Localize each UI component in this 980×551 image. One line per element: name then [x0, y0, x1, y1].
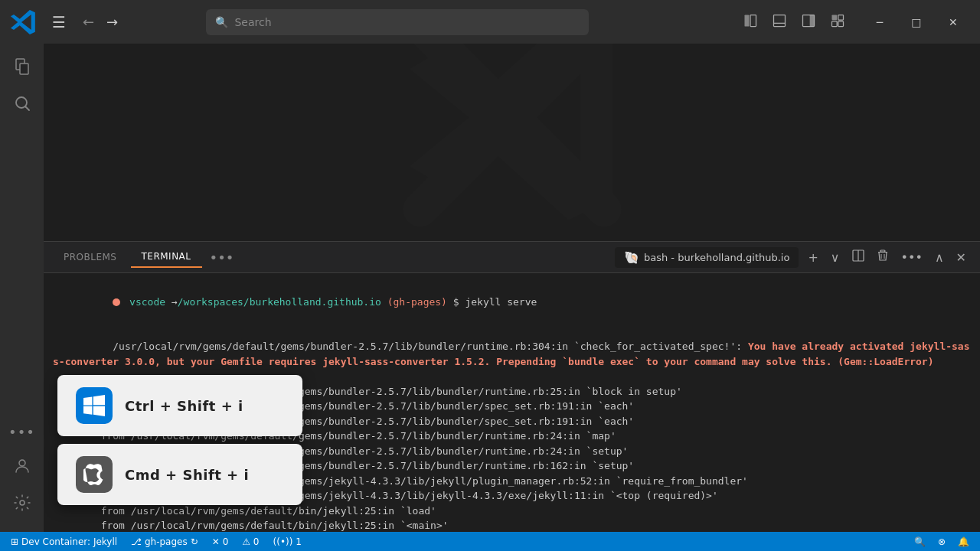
titlebar: ☰ ← → 🔍 Search ─ □ ✕ [0, 0, 980, 44]
terminal-title-bar: 🐚 bash - burkeholland.github.io + ∨ ••• [615, 246, 971, 268]
activity-bar-bottom: ••• [5, 418, 39, 526]
layout-right-icon[interactable] [796, 10, 821, 34]
svg-rect-11 [20, 64, 28, 74]
remote-icon: ⊞ [11, 536, 18, 547]
explorer-activity-icon[interactable] [5, 50, 39, 83]
error-indicator [113, 298, 120, 306]
svg-rect-5 [810, 15, 815, 26]
svg-rect-8 [831, 21, 837, 26]
svg-rect-7 [838, 15, 844, 20]
svg-point-15 [20, 500, 24, 505]
close-panel-button[interactable]: ✕ [952, 247, 971, 268]
hamburger-menu[interactable]: ☰ [46, 10, 72, 34]
add-terminal-button[interactable]: + [803, 247, 822, 268]
vscode-logo [9, 8, 37, 36]
mac-shortcut-label: Cmd + Shift + i [125, 467, 249, 483]
errors-status[interactable]: ✕ 0 [207, 536, 234, 547]
terminal-dropdown-button[interactable]: ∨ [826, 247, 844, 268]
svg-rect-6 [831, 15, 837, 20]
activity-more-dots[interactable]: ••• [8, 418, 35, 446]
bash-shell-icon: 🐚 [624, 250, 639, 265]
panel-icon[interactable] [767, 10, 792, 34]
window-controls: ─ □ ✕ [862, 8, 971, 36]
svg-line-13 [25, 107, 29, 111]
more-terminal-button[interactable]: ••• [897, 247, 927, 268]
no-notifications-status[interactable]: ⊗ [933, 536, 950, 547]
maximize-panel-button[interactable]: ∧ [930, 247, 949, 268]
dev-container-status[interactable]: ⊞ Dev Container: Jekyll [6, 536, 122, 547]
close-button[interactable]: ✕ [936, 8, 971, 36]
status-bar: ⊞ Dev Container: Jekyll ⎇ gh-pages ↻ ✕ 0… [0, 532, 980, 551]
account-activity-icon[interactable] [5, 449, 39, 483]
dev-container-label: Dev Container: Jekyll [21, 536, 117, 547]
status-bar-left: ⊞ Dev Container: Jekyll ⎇ gh-pages ↻ ✕ 0… [6, 536, 306, 547]
activity-bar: ••• [0, 44, 44, 532]
search-icon: 🔍 [215, 16, 228, 28]
tooltip-overlay: Ctrl + Shift + i Cmd + Shift + i [57, 375, 302, 505]
warnings-label: ⚠ 0 [242, 536, 259, 547]
terminal-line-11: from /usr/local/rvm/gems/default/bin/jek… [53, 518, 971, 532]
bash-title: bash - burkeholland.github.io [644, 252, 789, 263]
svg-rect-1 [750, 15, 756, 26]
trash-terminal-button[interactable] [872, 246, 893, 268]
terminal-tabs: PROBLEMS TERMINAL ••• 🐚 bash - burkeholl… [44, 242, 980, 273]
terminal-line-0: vscode →/workspaces/burkeholland.github.… [53, 279, 971, 324]
vscode-watermark [397, 44, 627, 236]
branch-status[interactable]: ⎇ gh-pages ↻ [126, 536, 203, 547]
no-notifications-icon: ⊗ [938, 536, 946, 547]
problems-tab[interactable]: PROBLEMS [53, 247, 128, 267]
remote-status[interactable]: ((•)) 1 [269, 536, 306, 547]
forward-button[interactable]: → [102, 11, 122, 33]
windows-shortcut-label: Ctrl + Shift + i [125, 398, 243, 414]
settings-activity-icon[interactable] [5, 486, 39, 520]
svg-rect-2 [773, 15, 785, 26]
bell-icon: 🔔 [958, 536, 969, 547]
windows-os-icon [76, 387, 113, 424]
warnings-status[interactable]: ⚠ 0 [237, 536, 263, 547]
svg-rect-0 [744, 15, 749, 26]
zoom-status[interactable]: 🔍 [910, 536, 930, 547]
sync-icon: ↻ [191, 536, 198, 547]
errors-label: ✕ 0 [212, 536, 229, 547]
bash-terminal-tab[interactable]: 🐚 bash - burkeholland.github.io [615, 247, 799, 268]
svg-rect-9 [838, 21, 844, 26]
panel-more-dots[interactable]: ••• [205, 246, 239, 269]
svg-rect-21 [878, 252, 887, 253]
svg-point-14 [19, 460, 25, 466]
mac-os-icon [76, 456, 113, 493]
search-placeholder: Search [234, 16, 271, 28]
maximize-button[interactable]: □ [899, 8, 934, 36]
back-button[interactable]: ← [78, 11, 99, 33]
branch-name: gh-pages [145, 536, 188, 547]
mac-shortcut-tooltip: Cmd + Shift + i [57, 444, 302, 505]
branch-icon: ⎇ [131, 536, 142, 547]
terminal-actions: + ∨ ••• ∧ ✕ [803, 246, 971, 268]
nav-arrows: ← → [78, 11, 122, 33]
status-bar-right: 🔍 ⊗ 🔔 [910, 536, 974, 547]
split-terminal-button[interactable] [848, 246, 869, 268]
minimize-button[interactable]: ─ [862, 8, 897, 36]
zoom-icon: 🔍 [914, 536, 926, 547]
terminal-line-10: from /usr/local/rvm/gems/default/bin/jek… [53, 504, 971, 519]
bell-status[interactable]: 🔔 [953, 536, 974, 547]
search-bar[interactable]: 🔍 Search [206, 9, 589, 35]
remote-label: ((•)) 1 [273, 536, 302, 547]
windows-shortcut-tooltip: Ctrl + Shift + i [57, 375, 302, 436]
search-activity-icon[interactable] [5, 86, 39, 120]
editor-content[interactable] [44, 44, 980, 241]
layout-sidebar-icon[interactable] [738, 10, 763, 34]
svg-rect-20 [880, 250, 885, 252]
terminal-tab[interactable]: TERMINAL [131, 246, 202, 268]
customize-layout-icon[interactable] [825, 10, 850, 34]
titlebar-right-icons [738, 10, 850, 34]
